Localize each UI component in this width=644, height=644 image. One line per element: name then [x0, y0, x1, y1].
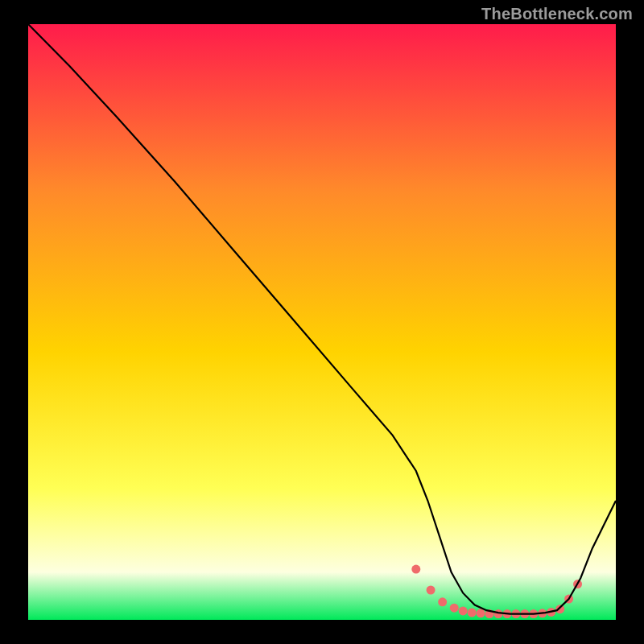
marker-point — [427, 586, 436, 595]
marker-point — [477, 609, 485, 617]
marker-point — [468, 609, 477, 617]
marker-point — [438, 597, 447, 606]
chart-frame: TheBottleneck.com — [0, 0, 644, 644]
chart-svg — [28, 24, 616, 620]
marker-point — [450, 604, 459, 613]
marker-point — [459, 606, 468, 615]
marker-point — [555, 605, 564, 613]
watermark-text: TheBottleneck.com — [481, 5, 633, 23]
marker-point — [411, 565, 420, 574]
plot-area — [28, 24, 616, 620]
gradient-background — [28, 24, 616, 620]
